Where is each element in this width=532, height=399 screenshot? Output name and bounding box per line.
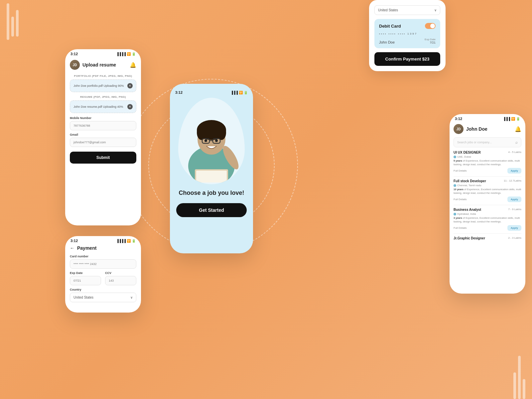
debit-card: Debit Card •••• •••• •••• 1397 John Doe … [374, 19, 440, 48]
phone-payment-small: 3:12 ▐▐▐▐ 🛜 🔋 ← Payment Card number Exp … [65, 236, 141, 313]
deco-bar [523, 379, 525, 399]
choose-job-tagline: Choose a job you love! [179, 190, 244, 197]
country-panel-value: United States [378, 8, 398, 12]
job-title: UI UX DESIGNER [454, 151, 481, 154]
phone-job-listings: 3:12 ▐▐▐ 🛜 🔋 JD John Doe 🔔 Search jobs o… [450, 114, 525, 294]
deco-bar [513, 372, 516, 399]
mobile-label: Mobile Number [70, 116, 136, 120]
search-placeholder: Search jobs or company... [457, 141, 492, 144]
card-dots: •••• •••• •••• 1397 [379, 32, 436, 35]
portfolio-close-btn[interactable]: ✕ [127, 83, 133, 88]
gmail-input[interactable] [70, 138, 136, 147]
mobile-input[interactable] [70, 121, 136, 130]
full-details-link[interactable]: Full Details [454, 226, 467, 229]
phone-center: 3:12 ▐▐▐ 🛜 🔋 [170, 84, 253, 253]
full-details-link[interactable]: Full Details [454, 169, 467, 172]
job-description: 3 years of Experience, Excellent communi… [454, 216, 521, 223]
job-item: Business Analyst 7 - 9 Lakhs Hydrabad, I… [454, 208, 521, 234]
debit-card-toggle[interactable] [425, 23, 436, 29]
svg-point-8 [204, 139, 207, 142]
status-time-payment-small: 3:12 [70, 239, 78, 243]
exp-label-panel: Exp Date [425, 38, 436, 41]
decorative-bars-top-left [7, 0, 19, 40]
resume-upload-box[interactable]: John Doe resume.pdf Uploading 40% ✕ [70, 100, 136, 113]
status-icons-upload: ▐▐▐▐ 🛜 🔋 [116, 52, 136, 56]
payment-title: Payment [77, 245, 96, 251]
resume-file-text: John Doe resume.pdf Uploading 40% [73, 105, 123, 108]
jobs-avatar: JD [454, 124, 464, 134]
resume-close-btn[interactable]: ✕ [127, 104, 133, 109]
get-started-button[interactable]: Get Started [176, 203, 247, 217]
job-salary: 7 - 9 Lakhs [508, 208, 521, 211]
exp-date-input[interactable] [70, 276, 101, 285]
job-title: Jr.Graphic Designer [454, 236, 485, 240]
svg-point-4 [217, 125, 226, 140]
job-salary: 2 - 3 Lakhs [508, 236, 521, 239]
payment-card-panel: United States ∨ Debit Card •••• •••• •••… [369, 0, 446, 71]
upload-header: JD Upload resume 🔔 [70, 60, 136, 70]
job-description: 5 years of Experience, Excellent communi… [454, 159, 521, 166]
job-location: UAE, Dubai [457, 155, 471, 158]
bell-icon-jobs: 🔔 [515, 126, 521, 132]
location-icon [454, 184, 456, 187]
person-illustration [182, 99, 241, 183]
status-bar-upload: 3:12 ▐▐▐▐ 🛜 🔋 [65, 49, 141, 57]
job-description: 10 years of Experience, Excellent commun… [454, 188, 521, 195]
ccv-label: CCV [105, 271, 136, 275]
ccv-input[interactable] [105, 276, 136, 285]
chevron-down-icon: ∨ [434, 8, 437, 12]
status-time-center: 3:12 [175, 90, 183, 94]
job-item: Full stock Developer 11 - 12.7Lakhs Chen… [454, 179, 521, 205]
deco-bar [11, 17, 14, 37]
exp-date-label: Exp Date [70, 271, 101, 275]
person-circle [178, 98, 245, 184]
country-select-panel[interactable]: United States ∨ [374, 5, 440, 15]
avatar: JD [70, 60, 80, 70]
portfolio-label: PORTFOLIO (PDF FILE, JPEG, IMG, PNG) [70, 74, 136, 77]
payment-header: ← Payment [70, 245, 136, 251]
job-title: Full stock Developer [454, 179, 486, 183]
job-location: Chennai, Tamil nadu [457, 184, 481, 187]
search-icon: ⌕ [515, 140, 518, 145]
back-arrow-icon[interactable]: ← [70, 245, 74, 251]
gmail-label: Gmail [70, 133, 136, 136]
job-salary: 11 - 12.7Lakhs [504, 179, 521, 182]
submit-button[interactable]: Submit [70, 152, 136, 164]
search-bar[interactable]: Search jobs or company... ⌕ [454, 137, 521, 147]
apply-button[interactable]: Apply [507, 225, 521, 231]
portfolio-upload-box[interactable]: John Doe portfolio.pdf Uploading 90% ✕ [70, 79, 136, 92]
card-expiry: Exp Date 7/21 [425, 38, 436, 44]
debit-card-header: Debit Card [379, 23, 436, 29]
job-item: Jr.Graphic Designer 2 - 3 Lakhs [454, 236, 521, 240]
portfolio-file-text: John Doe portfolio.pdf Uploading 90% [73, 84, 124, 87]
confirm-payment-button[interactable]: Confirm Payment $23 [374, 52, 440, 66]
status-time-jobs: 3:12 [455, 117, 462, 121]
status-bar-center: 3:12 ▐▐▐ 🛜 🔋 [170, 90, 253, 94]
location-icon [454, 213, 456, 215]
job-salary: 4 - 5 Lakhs [508, 151, 521, 154]
job-title: Business Analyst [454, 208, 481, 211]
svg-point-3 [197, 125, 206, 140]
apply-button[interactable]: Apply [507, 168, 521, 174]
status-time-upload: 3:12 [70, 52, 78, 56]
country-value: United States [73, 296, 93, 299]
jobs-user-name: John Doe [466, 126, 487, 132]
resume-label: RESUME (Pdf, Jpeg, Img, Png) [70, 95, 136, 98]
card-holder-name: John Doe [379, 40, 395, 44]
apply-button[interactable]: Apply [507, 197, 521, 202]
job-item: UI UX DESIGNER 4 - 5 Lakhs UAE, Dubai 5 … [454, 151, 521, 177]
card-info: John Doe Exp Date 7/21 [379, 38, 436, 44]
svg-rect-12 [196, 171, 227, 183]
decorative-bars-bottom-right [513, 356, 525, 399]
debit-card-label: Debit Card [379, 24, 401, 29]
location-icon [454, 156, 456, 158]
full-details-link[interactable]: Full Details [454, 198, 467, 201]
bell-icon: 🔔 [130, 62, 136, 68]
deco-bar [16, 10, 19, 37]
phone-upload-resume: 3:12 ▐▐▐▐ 🛜 🔋 JD Upload resume 🔔 PORTFOL… [65, 49, 141, 225]
card-number-input[interactable] [70, 259, 136, 269]
status-bar-payment-small: 3:12 ▐▐▐▐ 🛜 🔋 [65, 236, 141, 244]
country-select[interactable]: United States ∨ [70, 293, 136, 302]
jobs-header: JD John Doe 🔔 [454, 124, 521, 134]
exp-value-panel: 7/21 [425, 41, 436, 44]
